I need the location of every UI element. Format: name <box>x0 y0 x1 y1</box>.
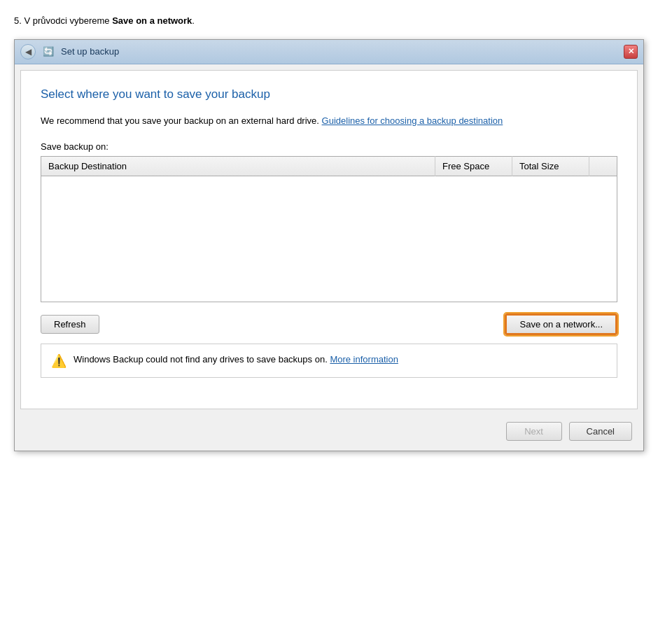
step-number: 5. <box>14 15 22 26</box>
step-text-after: . <box>192 15 195 26</box>
col-free-space: Free Space <box>435 157 512 176</box>
footer: Next Cancel <box>15 415 643 451</box>
title-bar: ◀ 🔄 Set up backup ✕ <box>15 40 643 64</box>
col-total-size: Total Size <box>512 157 589 176</box>
table-header: Backup Destination Free Space Total Size <box>41 157 617 176</box>
warning-text: Windows Backup could not find any drives… <box>74 353 398 367</box>
title-icon: 🔄 <box>41 45 55 59</box>
guidelines-link[interactable]: Guidelines for choosing a backup destina… <box>322 115 503 126</box>
description-before: We recommend that you save your backup o… <box>41 115 322 126</box>
back-icon: ◀ <box>25 47 31 57</box>
close-icon: ✕ <box>628 47 634 56</box>
warning-icon: ⚠️ <box>51 353 66 369</box>
back-button[interactable]: ◀ <box>20 44 36 59</box>
close-button[interactable]: ✕ <box>624 45 638 59</box>
table-empty-cell <box>41 176 617 302</box>
backup-table: Backup Destination Free Space Total Size <box>41 156 617 302</box>
warning-text-content: Windows Backup could not find any drives… <box>74 354 330 365</box>
step-bold: Save on a network <box>112 15 192 26</box>
save-backup-label: Save backup on: <box>41 141 617 152</box>
step-text-before: V průvodci vybereme <box>24 15 112 26</box>
table-empty-row <box>41 176 617 302</box>
table-header-row: Backup Destination Free Space Total Size <box>41 157 617 176</box>
step-text: 5. V průvodci vybereme Save on a network… <box>14 14 658 28</box>
backup-icon: 🔄 <box>43 46 54 57</box>
refresh-button[interactable]: Refresh <box>41 315 99 334</box>
warning-box: ⚠️ Windows Backup could not find any dri… <box>41 344 617 378</box>
cancel-button[interactable]: Cancel <box>569 422 632 441</box>
backup-window: ◀ 🔄 Set up backup ✕ Select where you wan… <box>14 39 644 452</box>
col-backup-destination: Backup Destination <box>41 157 435 176</box>
table-body <box>41 176 617 302</box>
more-information-link[interactable]: More information <box>330 354 398 365</box>
title-bar-left: ◀ 🔄 Set up backup <box>20 44 119 59</box>
col-extra <box>589 157 617 176</box>
save-on-network-button[interactable]: Save on a network... <box>505 313 617 335</box>
next-button[interactable]: Next <box>506 422 562 441</box>
content-area: Select where you want to save your backu… <box>20 70 638 410</box>
page-title: Select where you want to save your backu… <box>41 87 617 101</box>
window-title: Set up backup <box>61 46 119 57</box>
description-text: We recommend that you save your backup o… <box>41 114 617 128</box>
buttons-row: Refresh Save on a network... <box>41 313 617 335</box>
